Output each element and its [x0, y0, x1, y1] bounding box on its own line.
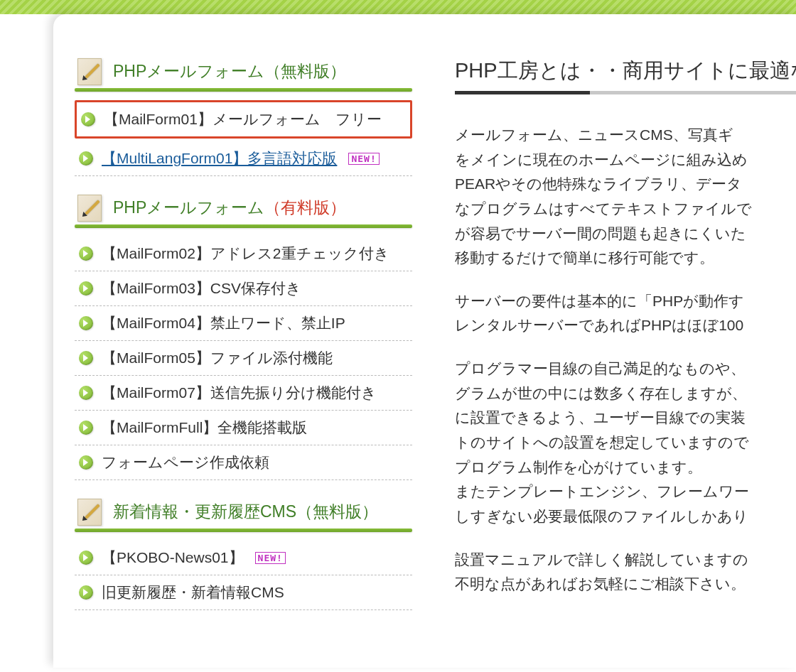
section-underline	[75, 88, 412, 92]
item-label: 【PKOBO-News01】	[102, 548, 244, 568]
sidebar-item-mailform04[interactable]: 【MailForm04】禁止ワード、禁止IP	[75, 306, 412, 341]
sidebar-item-mailformfull[interactable]: 【MailFormFull】全機能搭載版	[75, 411, 412, 445]
sidebar-item-mailform05[interactable]: 【MailForm05】ファイル添付機能	[75, 341, 412, 376]
sidebar-section-mailform-free: PHPメールフォーム（無料版） 【MailForm01】メールフォーム フリー …	[75, 57, 412, 176]
item-label: 【MailFormFull】全機能搭載版	[102, 418, 307, 438]
section-underline	[75, 224, 412, 228]
main-body: メールフォーム、ニュースCMS、写真ギ をメインに現在のホームページに組み込め …	[455, 123, 796, 597]
page-pencil-icon	[75, 497, 104, 527]
section-title-suffix: （有料版）	[264, 198, 346, 217]
sidebar-item-old-news-cms[interactable]: 旧更新履歴・新着情報CMS	[75, 575, 412, 610]
main-title-wrap: PHP工房とは・・商用サイトに最適な	[455, 57, 796, 94]
section-header: PHPメールフォーム（有料版）	[75, 193, 412, 223]
arrow-bullet-icon	[79, 386, 93, 400]
page-pencil-icon	[75, 57, 104, 87]
arrow-bullet-icon	[79, 281, 93, 296]
sidebar-item-mailform02[interactable]: 【MailForm02】アドレス2重チェック付き	[75, 237, 412, 271]
section-header: PHPメールフォーム（無料版）	[75, 57, 412, 87]
section-header: 新着情報・更新履歴CMS（無料版）	[75, 497, 412, 527]
arrow-bullet-icon	[79, 316, 93, 330]
item-label: フォームページ作成依頼	[102, 452, 269, 472]
new-badge: NEW!	[348, 153, 379, 165]
content-card: PHPメールフォーム（無料版） 【MailForm01】メールフォーム フリー …	[53, 14, 796, 668]
item-label: 【MailForm03】CSV保存付き	[102, 278, 301, 298]
item-label: 旧更新履歴・新着情報CMS	[102, 582, 284, 602]
item-list: 【MailForm01】メールフォーム フリー 【MultiLangForm01…	[75, 100, 412, 176]
sidebar-section-news-cms: 新着情報・更新履歴CMS（無料版） 【PKOBO-News01】 NEW! 旧更…	[75, 497, 412, 610]
arrow-bullet-icon	[79, 455, 93, 470]
title-underline	[455, 91, 796, 94]
top-decorative-bar	[0, 0, 796, 14]
arrow-bullet-icon	[79, 421, 93, 435]
arrow-bullet-icon	[79, 246, 93, 261]
item-list: 【MailForm02】アドレス2重チェック付き 【MailForm03】CSV…	[75, 237, 412, 480]
sidebar-item-form-request[interactable]: フォームページ作成依頼	[75, 445, 412, 480]
section-title-suffix: （無料版）	[296, 502, 378, 521]
arrow-bullet-icon	[79, 151, 93, 166]
sidebar-item-mailform07[interactable]: 【MailForm07】送信先振り分け機能付き	[75, 376, 412, 411]
arrow-bullet-icon	[81, 112, 95, 126]
item-list: 【PKOBO-News01】 NEW! 旧更新履歴・新着情報CMS	[75, 541, 412, 610]
page-pencil-icon	[75, 193, 104, 223]
sidebar-item-pkobo-news01[interactable]: 【PKOBO-News01】 NEW!	[75, 541, 412, 575]
item-label: 【MailForm05】ファイル添付機能	[102, 348, 333, 368]
item-label: 【MailForm01】メールフォーム フリー	[104, 109, 382, 129]
section-title: PHPメールフォーム（有料版）	[113, 194, 346, 223]
section-title-prefix: PHPメールフォーム	[113, 198, 264, 217]
page-title: PHP工房とは・・商用サイトに最適な	[455, 57, 796, 91]
new-badge: NEW!	[255, 552, 286, 564]
main-content: PHP工房とは・・商用サイトに最適な メールフォーム、ニュースCMS、写真ギ を…	[412, 57, 796, 668]
arrow-bullet-icon	[79, 551, 93, 565]
sidebar: PHPメールフォーム（無料版） 【MailForm01】メールフォーム フリー …	[75, 57, 412, 668]
page-wrapper: PHPメールフォーム（無料版） 【MailForm01】メールフォーム フリー …	[0, 14, 796, 668]
arrow-bullet-icon	[79, 585, 93, 600]
arrow-bullet-icon	[79, 351, 93, 365]
section-title: 新着情報・更新履歴CMS（無料版）	[113, 498, 378, 527]
body-paragraph: プログラマー目線の自己満足的なものや、 グラムが世の中には数多く存在しますが、 …	[455, 357, 796, 529]
section-title: PHPメールフォーム（無料版）	[113, 58, 346, 87]
body-paragraph: サーバーの要件は基本的に「PHPが動作す レンタルサーバーであればPHPはほぼ1…	[455, 289, 796, 338]
item-label: 【MailForm07】送信先振り分け機能付き	[102, 383, 377, 403]
item-label: 【MultiLangForm01】多言語対応版	[102, 148, 337, 168]
item-label: 【MailForm02】アドレス2重チェック付き	[102, 244, 389, 264]
sidebar-item-mailform01[interactable]: 【MailForm01】メールフォーム フリー	[75, 100, 412, 139]
section-title-prefix: PHPメールフォーム	[113, 62, 264, 80]
item-label: 【MailForm04】禁止ワード、禁止IP	[102, 313, 345, 333]
section-underline	[75, 529, 412, 532]
body-paragraph: メールフォーム、ニュースCMS、写真ギ をメインに現在のホームページに組み込め …	[455, 123, 796, 271]
section-title-suffix: （無料版）	[264, 62, 346, 80]
sidebar-item-mailform03[interactable]: 【MailForm03】CSV保存付き	[75, 271, 412, 306]
sidebar-item-multilangform01[interactable]: 【MultiLangForm01】多言語対応版 NEW!	[75, 141, 412, 176]
sidebar-section-mailform-paid: PHPメールフォーム（有料版） 【MailForm02】アドレス2重チェック付き…	[75, 193, 412, 480]
body-paragraph: 設置マニュアルで詳しく解説していますの 不明な点があればお気軽にご相談下さい。	[455, 548, 796, 597]
section-title-prefix: 新着情報・更新履歴CMS	[113, 502, 296, 521]
